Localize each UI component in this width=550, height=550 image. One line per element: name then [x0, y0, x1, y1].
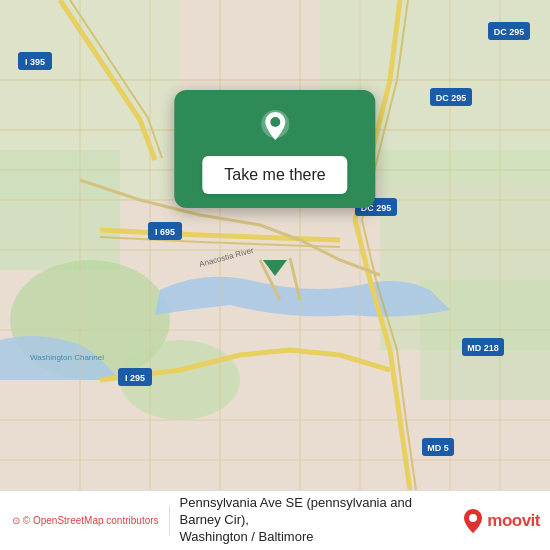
- address-line2: Washington / Baltimore: [180, 529, 314, 544]
- map-pin-icon: [256, 108, 294, 146]
- svg-rect-2: [0, 150, 120, 270]
- svg-point-44: [270, 117, 280, 127]
- take-me-there-button[interactable]: Take me there: [202, 156, 347, 194]
- svg-text:I 395: I 395: [25, 57, 45, 67]
- osm-symbol: ⊙: [12, 515, 23, 526]
- osm-text: © OpenStreetMap contributors: [23, 515, 159, 526]
- brand-name: moovit: [487, 511, 540, 531]
- location-popup: Take me there: [174, 90, 375, 208]
- brand-pin-icon: [461, 507, 485, 535]
- svg-point-45: [469, 514, 477, 522]
- footer-bar: ⊙ © OpenStreetMap contributors Pennsylva…: [0, 490, 550, 550]
- svg-text:DC 295: DC 295: [436, 93, 467, 103]
- popup-tail: [263, 260, 287, 276]
- address-line1: Pennsylvania Ave SE (pennsylvania and Ba…: [180, 495, 412, 527]
- map-background: I 395 DC 295 DC 295 DC 295 I 695 I 295 M…: [0, 0, 550, 490]
- svg-text:I 295: I 295: [125, 373, 145, 383]
- moovit-logo: moovit: [461, 507, 540, 535]
- svg-text:DC 295: DC 295: [494, 27, 525, 37]
- svg-text:MD 218: MD 218: [467, 343, 499, 353]
- map-container: I 395 DC 295 DC 295 DC 295 I 695 I 295 M…: [0, 0, 550, 490]
- svg-text:Washington Channel: Washington Channel: [30, 353, 104, 362]
- svg-text:I 695: I 695: [155, 227, 175, 237]
- footer-divider: [169, 506, 170, 536]
- osm-attribution: ⊙ © OpenStreetMap contributors: [12, 515, 159, 526]
- svg-text:MD 5: MD 5: [427, 443, 449, 453]
- footer-address: Pennsylvania Ave SE (pennsylvania and Ba…: [180, 495, 452, 546]
